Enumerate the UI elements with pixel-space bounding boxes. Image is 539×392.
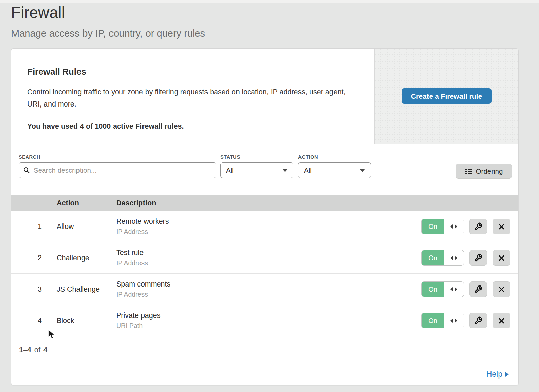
- rule-match-type: IP Address: [116, 259, 421, 267]
- x-icon: [498, 317, 505, 324]
- rule-row: 3 JS Challenge Spam comments IP Address …: [11, 274, 518, 305]
- toggle-on-label[interactable]: On: [422, 313, 444, 328]
- x-icon: [498, 254, 505, 262]
- search-input[interactable]: [19, 162, 216, 178]
- edit-rule-button[interactable]: [469, 313, 487, 328]
- toggle-arrows-icon[interactable]: [444, 250, 464, 265]
- search-filter: SEARCH: [19, 154, 216, 178]
- toggle-arrows-icon[interactable]: [444, 313, 464, 328]
- chevron-down-icon: [282, 169, 288, 172]
- toggle-arrows-icon[interactable]: [444, 219, 464, 234]
- page-title: Firewall: [11, 3, 539, 22]
- ordering-button-label: Ordering: [476, 167, 503, 175]
- table-header: Action Description: [11, 195, 518, 211]
- create-firewall-rule-button[interactable]: Create a Firewall rule: [402, 88, 492, 104]
- action-label: ACTION: [298, 154, 371, 160]
- wrench-icon: [474, 254, 482, 262]
- search-box: [19, 162, 216, 178]
- help-link-label: Help: [486, 370, 502, 379]
- rule-match-type: IP Address: [116, 228, 421, 236]
- page-header: Firewall Manage access by IP, country, o…: [0, 0, 539, 39]
- status-select-value: All: [226, 166, 234, 174]
- rule-controls: On: [421, 219, 518, 234]
- rule-controls: On: [421, 313, 518, 328]
- pagination-separator: of: [34, 345, 40, 354]
- rule-controls: On: [421, 250, 518, 266]
- ordering-button[interactable]: Ordering: [456, 164, 512, 179]
- firewall-rules-card: Firewall Rules Control incoming traffic …: [11, 48, 519, 385]
- chevron-down-icon: [360, 169, 365, 172]
- search-label: SEARCH: [19, 154, 216, 160]
- rule-controls: On: [421, 281, 518, 297]
- column-header-description: Description: [116, 199, 518, 207]
- pagination-range: 1–4: [19, 345, 31, 354]
- rule-priority: 2: [11, 254, 57, 262]
- pagination: 1–4 of 4: [11, 336, 518, 363]
- toggle-on-label[interactable]: On: [422, 219, 444, 234]
- x-icon: [498, 286, 505, 293]
- card-footer: Help: [11, 363, 518, 385]
- rule-enabled-toggle[interactable]: On: [421, 281, 464, 297]
- firewall-rules-intro-text: Firewall Rules Control incoming traffic …: [11, 49, 374, 144]
- toggle-on-label[interactable]: On: [422, 282, 444, 297]
- firewall-rules-intro-section: Firewall Rules Control incoming traffic …: [11, 49, 518, 144]
- rule-description: Remote workers: [116, 217, 421, 226]
- status-label: STATUS: [220, 154, 293, 160]
- rule-match-type: IP Address: [116, 291, 421, 298]
- delete-rule-button[interactable]: [493, 313, 510, 328]
- wrench-icon: [474, 316, 482, 325]
- rule-description: Private pages: [116, 311, 421, 320]
- toggle-arrows-icon[interactable]: [444, 282, 464, 297]
- create-rule-panel: Create a Firewall rule: [374, 49, 518, 144]
- rule-description: Spam comments: [116, 280, 421, 289]
- rule-priority: 1: [11, 222, 57, 231]
- column-header-action: Action: [57, 199, 116, 207]
- toggle-on-label[interactable]: On: [422, 250, 444, 265]
- status-select[interactable]: All: [220, 162, 293, 178]
- status-filter: STATUS All: [220, 154, 293, 178]
- action-select-value: All: [304, 166, 312, 174]
- delete-rule-button[interactable]: [493, 281, 510, 297]
- wrench-icon: [474, 285, 482, 293]
- rule-row: 1 Allow Remote workers IP Address On: [11, 211, 518, 242]
- caret-right-icon: [505, 372, 509, 377]
- rule-match-type: URI Path: [116, 322, 421, 330]
- rule-description: Test rule: [116, 249, 421, 257]
- rule-row: 4 Block Private pages URI Path On: [11, 305, 518, 336]
- rule-action: Block: [57, 316, 116, 325]
- pagination-total: 4: [43, 345, 47, 354]
- search-icon: [23, 167, 30, 174]
- page-subtitle: Manage access by IP, country, or query r…: [11, 28, 539, 39]
- rule-enabled-toggle[interactable]: On: [421, 219, 464, 234]
- edit-rule-button[interactable]: [469, 281, 487, 297]
- rules-usage-text: You have used 4 of 1000 active Firewall …: [27, 122, 361, 131]
- edit-rule-button[interactable]: [469, 250, 487, 266]
- edit-rule-button[interactable]: [469, 219, 487, 234]
- ordered-list-icon: [465, 168, 472, 175]
- delete-rule-button[interactable]: [493, 219, 510, 234]
- filters-bar: SEARCH STATUS All ACTION All: [11, 144, 518, 195]
- rule-row: 2 Challenge Test rule IP Address On: [11, 242, 518, 274]
- card-title: Firewall Rules: [27, 67, 361, 77]
- wrench-icon: [474, 222, 482, 231]
- delete-rule-button[interactable]: [493, 250, 510, 266]
- action-select[interactable]: All: [298, 162, 371, 178]
- rule-action: Allow: [57, 222, 116, 231]
- rule-priority: 4: [11, 316, 57, 325]
- x-icon: [498, 223, 505, 230]
- rule-enabled-toggle[interactable]: On: [421, 313, 464, 328]
- help-link[interactable]: Help: [486, 370, 509, 379]
- rule-action: Challenge: [57, 254, 116, 262]
- action-filter: ACTION All: [298, 154, 371, 178]
- rule-enabled-toggle[interactable]: On: [421, 250, 464, 266]
- card-description: Control incoming traffic to your zone by…: [27, 86, 347, 110]
- rule-priority: 3: [11, 285, 57, 294]
- rule-action: JS Challenge: [57, 285, 116, 294]
